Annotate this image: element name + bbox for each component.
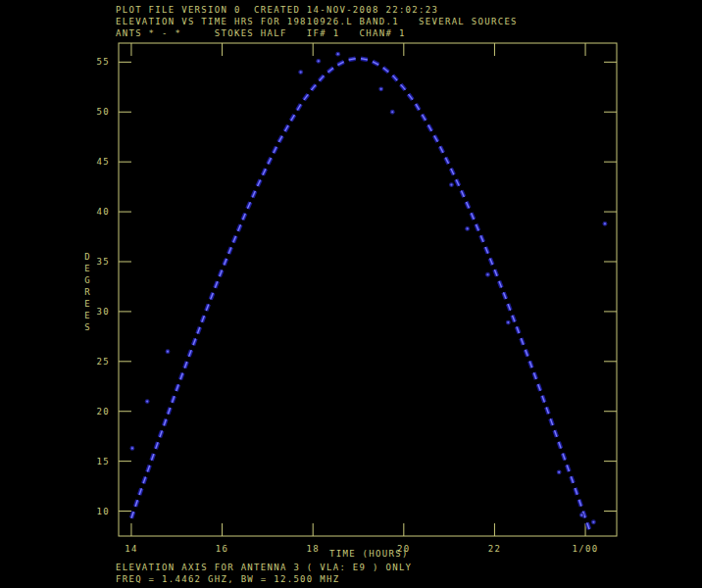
x-tick-label: 1/00: [573, 544, 599, 554]
x-tick-label: 18: [306, 544, 319, 554]
x-axis-title: TIME (HOURS): [329, 548, 409, 560]
plot-border: [119, 43, 617, 536]
scatter-point: [558, 471, 560, 473]
scatter-point: [337, 53, 339, 55]
y-tick-label: 50: [97, 107, 110, 117]
y-tick-label: 55: [97, 57, 110, 67]
y-tick-label: 10: [97, 507, 110, 516]
scatter-point: [467, 227, 469, 229]
y-tick-label: 20: [97, 407, 110, 416]
scatter-point: [380, 88, 382, 90]
footer-line-2: FREQ = 1.4462 GHZ, BW = 12.500 MHZ: [116, 573, 339, 585]
plot-canvas: 14161820221/0055504540353025201510: [0, 0, 702, 588]
scatter-point: [300, 71, 302, 73]
scatter-point: [450, 183, 452, 185]
scatter-point: [131, 447, 133, 449]
x-tick-label: 16: [216, 544, 228, 554]
y-tick-label: 45: [97, 157, 110, 167]
footer-line-1: ELEVATION AXIS FOR ANTENNA 3 ( VLA: E9 )…: [116, 562, 412, 573]
scatter-point: [507, 321, 509, 323]
aips-plot-screen: PLOT FILE VERSION 0 CREATED 14-NOV-2008 …: [0, 0, 702, 588]
scatter-point: [167, 351, 169, 353]
scatter-point: [391, 111, 393, 113]
y-tick-label: 40: [97, 207, 110, 217]
scatter-point: [486, 273, 488, 275]
scatter-point: [592, 521, 594, 523]
y-tick-label: 30: [97, 307, 110, 317]
x-tick-label: 14: [125, 544, 137, 554]
elevation-curve-core: [131, 58, 590, 531]
y-tick-label: 15: [97, 457, 110, 466]
scatter-point: [318, 60, 320, 62]
elevation-curve: [131, 58, 590, 531]
scatter-point: [580, 514, 582, 516]
x-tick-label: 22: [488, 544, 501, 554]
elevation-curve-halo: [131, 58, 590, 531]
scatter-point: [146, 400, 148, 402]
y-tick-label: 25: [97, 357, 110, 367]
y-tick-label: 35: [97, 257, 110, 267]
scatter-point: [604, 222, 606, 224]
